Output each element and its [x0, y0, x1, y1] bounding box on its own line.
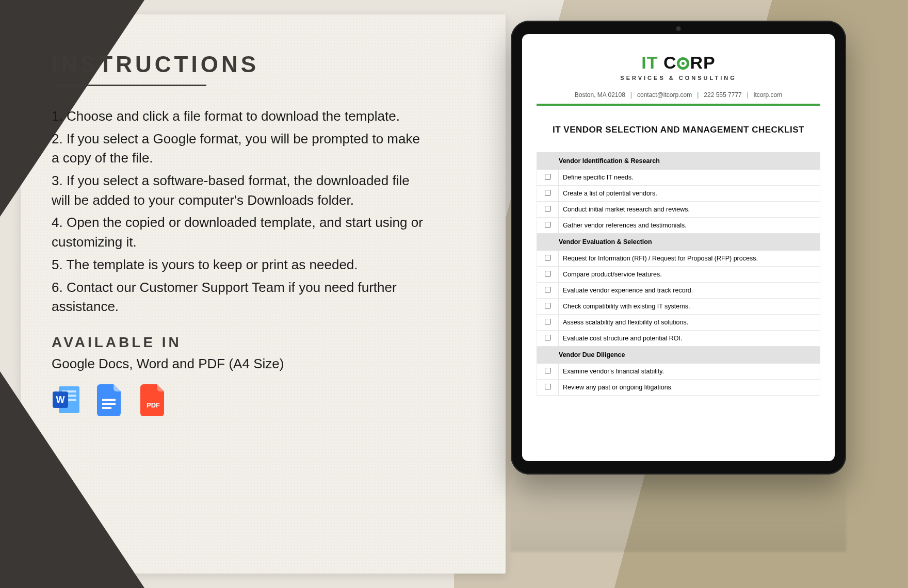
contact-phone: 222 555 7777 — [704, 91, 741, 99]
checkbox-cell[interactable] — [537, 217, 559, 233]
checkbox-icon[interactable] — [545, 335, 550, 340]
checklist-item-text: Check compatibility with existing IT sys… — [559, 298, 820, 314]
available-formats-text: Google Docs, Word and PDF (A4 Size) — [52, 356, 423, 372]
separator: | — [747, 91, 749, 99]
instruction-steps: 1. Choose and click a file format to dow… — [52, 107, 423, 317]
checkbox-cell[interactable] — [537, 169, 559, 185]
brand-o-icon — [677, 57, 689, 70]
checkbox-icon[interactable] — [545, 174, 550, 179]
step: 4. Open the copied or downloaded templat… — [52, 213, 423, 252]
checkbox-cell[interactable] — [537, 250, 559, 266]
checkbox-cell[interactable] — [537, 363, 559, 379]
tablet-reflection — [511, 475, 846, 552]
checklist-row: Review any past or ongoing litigations. — [537, 379, 820, 395]
tablet-screen: IT CRP SERVICES & CONSULTING Boston, MA … — [522, 34, 835, 461]
available-heading: AVAILABLE IN — [52, 334, 423, 351]
camera-dot — [676, 26, 681, 31]
pdf-icon[interactable]: PDF — [138, 383, 168, 416]
checklist-table: Vendor Identification & ResearchDefine s… — [537, 152, 820, 396]
checkbox-icon[interactable] — [545, 287, 550, 292]
checklist-row: Request for Information (RFI) / Request … — [537, 250, 820, 266]
checkbox-cell[interactable] — [537, 185, 559, 201]
checkbox-icon[interactable] — [545, 384, 550, 389]
checkbox-icon[interactable] — [545, 222, 550, 227]
checklist-item-text: Evaluate vendor experience and track rec… — [559, 282, 820, 298]
contact-line: Boston, MA 02108|contact@itcorp.com|222 … — [537, 91, 820, 99]
contact-email: contact@itcorp.com — [637, 91, 692, 99]
checkbox-icon[interactable] — [545, 190, 550, 195]
checklist-item-text: Request for Information (RFI) / Request … — [559, 250, 820, 266]
svg-text:W: W — [56, 395, 65, 405]
checklist-row: Check compatibility with existing IT sys… — [537, 298, 820, 314]
checklist-row: Create a list of potential vendors. — [537, 185, 820, 201]
checkbox-icon[interactable] — [545, 368, 550, 373]
brand-tagline: SERVICES & CONSULTING — [537, 75, 820, 81]
checkbox-cell[interactable] — [537, 314, 559, 330]
tablet-frame: IT CRP SERVICES & CONSULTING Boston, MA … — [511, 21, 846, 475]
checkbox-icon[interactable] — [545, 303, 550, 308]
format-icons: W PDF — [52, 383, 423, 416]
checklist-section-header: Vendor Evaluation & Selection — [537, 233, 820, 250]
brand-it: IT — [641, 53, 658, 72]
contact-site: itcorp.com — [754, 91, 782, 99]
checklist-row: Compare product/service features. — [537, 266, 820, 282]
checkbox-cell[interactable] — [537, 282, 559, 298]
step: 6. Contact our Customer Support Team if … — [52, 278, 423, 317]
separator: | — [697, 91, 699, 99]
checklist-item-text: Examine vendor's financial stability. — [559, 363, 820, 379]
step: 2. If you select a Google format, you wi… — [52, 129, 423, 168]
checklist-item-text: Assess scalability and flexibility of so… — [559, 314, 820, 330]
checkbox-cell[interactable] — [537, 266, 559, 282]
step: 1. Choose and click a file format to dow… — [52, 107, 423, 126]
svg-rect-8 — [102, 403, 116, 405]
separator: | — [630, 91, 632, 99]
company-logo: IT CRP SERVICES & CONSULTING — [537, 53, 820, 81]
checklist-item-text: Gather vendor references and testimonial… — [559, 217, 820, 233]
checklist-row: Examine vendor's financial stability. — [537, 363, 820, 379]
checklist-item-text: Evaluate cost structure and potential RO… — [559, 330, 820, 346]
green-divider — [537, 104, 820, 106]
checklist-row: Define specific IT needs. — [537, 169, 820, 185]
heading-underline — [52, 85, 206, 86]
step: 3. If you select a software-based format… — [52, 171, 423, 210]
checklist-row: Evaluate cost structure and potential RO… — [537, 330, 820, 346]
checkbox-icon[interactable] — [545, 206, 550, 211]
pdf-label: PDF — [138, 401, 168, 409]
checkbox-icon[interactable] — [545, 271, 550, 276]
instructions-heading: INSTRUCTIONS — [52, 52, 423, 77]
tablet-mockup: IT CRP SERVICES & CONSULTING Boston, MA … — [511, 21, 846, 475]
checklist-row: Conduct initial market research and revi… — [537, 201, 820, 217]
checklist-item-text: Review any past or ongoing litigations. — [559, 379, 820, 395]
document-title: IT VENDOR SELECTION AND MANAGEMENT CHECK… — [552, 123, 805, 137]
checkbox-cell[interactable] — [537, 298, 559, 314]
checklist-row: Assess scalability and flexibility of so… — [537, 314, 820, 330]
checkbox-cell[interactable] — [537, 379, 559, 395]
instructions-column: INSTRUCTIONS 1. Choose and click a file … — [52, 52, 423, 416]
checkbox-icon[interactable] — [545, 255, 550, 260]
checklist-item-text: Conduct initial market research and revi… — [559, 201, 820, 217]
checklist-item-text: Create a list of potential vendors. — [559, 185, 820, 201]
checklist-row: Gather vendor references and testimonial… — [537, 217, 820, 233]
checklist-section-header: Vendor Due Diligence — [537, 346, 820, 363]
checkbox-icon[interactable] — [545, 319, 550, 324]
checklist-item-text: Define specific IT needs. — [559, 169, 820, 185]
svg-rect-7 — [102, 399, 116, 401]
checkbox-cell[interactable] — [537, 330, 559, 346]
google-docs-icon[interactable] — [95, 383, 125, 416]
contact-city: Boston, MA 02108 — [575, 91, 625, 99]
checklist-item-text: Compare product/service features. — [559, 266, 820, 282]
checkbox-cell[interactable] — [537, 201, 559, 217]
word-icon[interactable]: W — [52, 383, 82, 416]
step: 5. The template is yours to keep or prin… — [52, 255, 423, 275]
svg-rect-9 — [102, 407, 111, 409]
brand-name: IT CRP — [537, 53, 820, 73]
checklist-section-header: Vendor Identification & Research — [537, 152, 820, 169]
checklist-row: Evaluate vendor experience and track rec… — [537, 282, 820, 298]
